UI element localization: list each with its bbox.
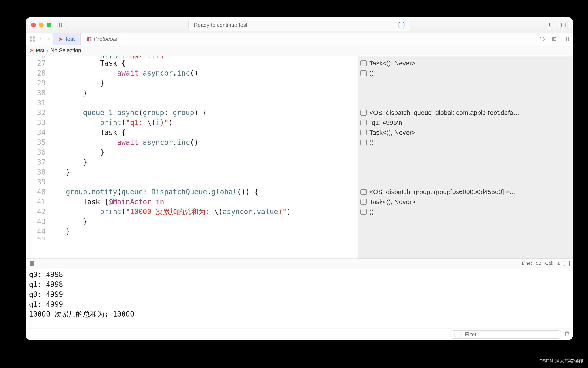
breadcrumb-file: test <box>36 47 44 54</box>
swift-icon: ➤ <box>29 47 34 53</box>
result-row[interactable]: Task<(), Never> <box>358 58 573 68</box>
breadcrumb[interactable]: ➤ test › No Selection <box>26 45 573 56</box>
back-button[interactable]: ‹ <box>37 35 44 43</box>
activity-status-text: Ready to continue test <box>194 22 247 28</box>
svg-rect-4 <box>30 36 32 38</box>
results-sidebar: Task<(), Never>()<OS_dispatch_queue_glob… <box>358 56 573 258</box>
xcode-playground-window: Ready to continue test + ‹ › ➤ <box>26 17 573 340</box>
tab-bar: ‹ › ➤ test ◧ Protocols <box>26 33 573 45</box>
result-text: () <box>369 207 374 217</box>
stop-execution-button[interactable] <box>30 261 34 266</box>
line-label: Line: <box>522 261 532 266</box>
editor-status-bar: Line: 50 Col: 1 <box>26 259 573 268</box>
result-text: Task<(), Never> <box>369 197 415 207</box>
chevron-right-icon: › <box>47 47 48 54</box>
result-row[interactable]: () <box>358 68 573 78</box>
result-text: () <box>369 138 374 147</box>
result-icon <box>360 209 367 215</box>
result-row[interactable]: "q1: 4996\n" <box>358 118 573 128</box>
result-row[interactable]: <OS_dispatch_queue_global: com.apple.roo… <box>358 108 573 118</box>
result-text: "q1: 4996\n" <box>369 118 405 128</box>
source-editor[interactable]: 2627282930313233343536373839404142434445… <box>26 56 358 258</box>
fullscreen-button[interactable] <box>47 23 51 27</box>
spinner-icon <box>398 21 405 28</box>
result-text: () <box>369 68 374 78</box>
protocol-icon: ◧ <box>86 36 91 42</box>
breadcrumb-selection: No Selection <box>51 47 81 54</box>
console-filter-bar: ⋯ <box>26 329 573 340</box>
line-value: 50 <box>536 261 541 266</box>
result-icon <box>360 110 367 116</box>
result-icon <box>360 120 367 125</box>
result-row[interactable]: () <box>358 138 573 147</box>
scope-icon: ⋯ <box>454 332 462 337</box>
related-items-button[interactable] <box>28 35 36 43</box>
close-button[interactable] <box>31 23 36 27</box>
result-text: Task<(), Never> <box>369 58 415 68</box>
title-bar: Ready to continue test + <box>26 17 573 33</box>
result-text: <OS_dispatch_group: group[0x600000d455e0… <box>369 187 516 197</box>
console-output[interactable]: q0: 4998 q1: 4998 q0: 4999 q1: 4999 1000… <box>26 268 573 329</box>
result-text: Task<(), Never> <box>369 128 415 138</box>
svg-rect-0 <box>60 23 66 27</box>
svg-rect-5 <box>33 36 35 38</box>
tab-label: Protocols <box>94 36 117 42</box>
tab-test[interactable]: ➤ test <box>53 33 81 45</box>
add-button[interactable]: + <box>545 21 554 29</box>
result-row[interactable]: () <box>358 207 573 217</box>
swift-icon: ➤ <box>58 36 63 43</box>
watermark: CSDN @大熊猫侯佩 <box>539 358 584 364</box>
svg-rect-2 <box>561 23 567 27</box>
debug-view-icon[interactable] <box>564 261 570 266</box>
svg-rect-13 <box>563 37 569 41</box>
result-icon <box>360 140 367 145</box>
result-text: <OS_dispatch_queue_global: com.apple.roo… <box>369 108 520 118</box>
result-icon <box>360 60 367 66</box>
code-lines: print("q0: \(i)") Task { await asyncor.i… <box>49 56 358 258</box>
result-row[interactable]: Task<(), Never> <box>358 128 573 138</box>
svg-rect-12 <box>552 38 554 40</box>
svg-rect-7 <box>33 40 35 42</box>
result-icon <box>360 199 367 205</box>
tab-label: test <box>66 36 75 42</box>
sidebar-toggle-icon[interactable] <box>58 21 67 29</box>
editor-area: 2627282930313233343536373839404142434445… <box>26 56 573 259</box>
filter-field[interactable]: ⋯ <box>451 330 561 339</box>
minimize-button[interactable] <box>39 23 44 27</box>
result-icon <box>360 189 367 195</box>
result-row[interactable]: <OS_dispatch_group: group[0x600000d455e0… <box>358 187 573 197</box>
line-number-gutter: 2627282930313233343536373839404142434445 <box>26 56 49 258</box>
activity-viewer[interactable]: Ready to continue test <box>189 19 410 31</box>
clear-console-button[interactable] <box>564 331 570 338</box>
col-label: Col: <box>545 261 554 266</box>
traffic-lights <box>31 23 51 27</box>
result-icon <box>360 70 367 76</box>
adjust-editor-icon[interactable] <box>550 35 558 43</box>
result-row[interactable]: Task<(), Never> <box>358 197 573 207</box>
forward-button[interactable]: › <box>45 35 53 43</box>
tab-protocols[interactable]: ◧ Protocols <box>81 33 123 45</box>
svg-rect-6 <box>30 40 32 42</box>
split-editor-icon[interactable] <box>561 35 570 43</box>
svg-rect-11 <box>554 37 555 38</box>
result-icon <box>360 130 367 135</box>
refresh-icon[interactable] <box>538 35 547 43</box>
col-value: 1 <box>557 261 560 266</box>
filter-input[interactable] <box>465 331 558 338</box>
inspector-toggle-icon[interactable] <box>560 21 569 29</box>
